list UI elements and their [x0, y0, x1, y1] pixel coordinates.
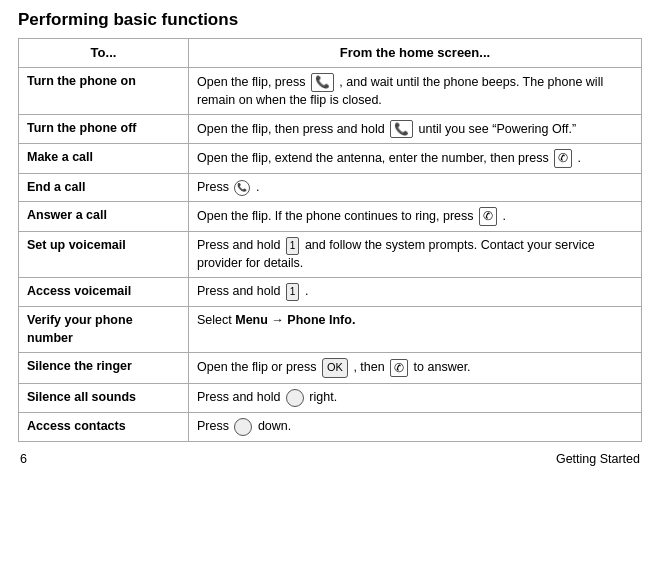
action-cell: Answer a call	[19, 202, 189, 231]
nav-icon	[286, 389, 304, 407]
table-row: Turn the phone on Open the flip, press 📞…	[19, 68, 642, 115]
action-cell: Verify your phone number	[19, 307, 189, 353]
desc-text: Press and hold	[197, 285, 284, 299]
desc-after: until you see “Powering Off.”	[419, 122, 576, 136]
description-cell: Press and hold 1 .	[189, 278, 642, 307]
one-key-icon: 1	[286, 237, 300, 255]
desc-after: .	[305, 285, 308, 299]
desc-text: Press and hold	[197, 238, 284, 252]
table-header-row: To... From the home screen...	[19, 39, 642, 68]
table-row: Make a call Open the flip, extend the an…	[19, 144, 642, 173]
desc-after: .	[578, 151, 581, 165]
one-key-icon-2: 1	[286, 283, 300, 301]
table-row: Answer a call Open the flip. If the phon…	[19, 202, 642, 231]
desc-text: Open the flip, then press and hold	[197, 122, 388, 136]
desc-text: Press	[197, 180, 232, 194]
footer-section-title: Getting Started	[556, 452, 640, 466]
page-title: Performing basic functions	[18, 10, 642, 30]
send-icon-2: ✆	[479, 207, 497, 225]
table-row: End a call Press 📞 .	[19, 173, 642, 202]
desc-after: right.	[309, 390, 337, 404]
footer-page-number: 6	[20, 452, 27, 466]
action-cell: Turn the phone off	[19, 115, 189, 144]
col-header-description: From the home screen...	[189, 39, 642, 68]
phone-on-icon: 📞	[311, 73, 334, 91]
description-cell: Open the flip, extend the antenna, enter…	[189, 144, 642, 173]
col-header-action: To...	[19, 39, 189, 68]
description-cell: Press down.	[189, 412, 642, 441]
functions-table: To... From the home screen... Turn the p…	[18, 38, 642, 442]
description-cell: Open the flip, press 📞 , and wait until …	[189, 68, 642, 115]
description-cell: Press and hold 1 and follow the system p…	[189, 231, 642, 278]
description-cell: Press and hold right.	[189, 383, 642, 412]
description-cell: Press 📞 .	[189, 173, 642, 202]
table-row: Silence all sounds Press and hold right.	[19, 383, 642, 412]
end-call-icon: 📞	[234, 180, 250, 196]
send-icon: ✆	[554, 149, 572, 167]
table-row: Access voicemail Press and hold 1 .	[19, 278, 642, 307]
desc-text: Open the flip. If the phone continues to…	[197, 209, 477, 223]
send-icon-3: ✆	[390, 359, 408, 377]
action-cell: Set up voicemail	[19, 231, 189, 278]
phone-off-icon: 📞	[390, 120, 413, 138]
description-cell: Open the flip or press OK , then ✆ to an…	[189, 353, 642, 383]
table-row: Access contacts Press down.	[19, 412, 642, 441]
action-cell: End a call	[19, 173, 189, 202]
action-cell: Access contacts	[19, 412, 189, 441]
desc-text: Open the flip or press	[197, 360, 320, 374]
description-cell: Open the flip, then press and hold 📞 unt…	[189, 115, 642, 144]
page-footer: 6 Getting Started	[18, 452, 642, 466]
ok-icon: OK	[322, 358, 348, 377]
desc-text: Open the flip, press	[197, 75, 309, 89]
desc-after: .	[256, 180, 259, 194]
action-cell: Make a call	[19, 144, 189, 173]
table-row: Turn the phone off Open the flip, then p…	[19, 115, 642, 144]
desc-middle: , then	[353, 360, 388, 374]
description-cell: Select Menu → Phone Info.	[189, 307, 642, 353]
table-row: Verify your phone number Select Menu → P…	[19, 307, 642, 353]
description-cell: Open the flip. If the phone continues to…	[189, 202, 642, 231]
desc-text: Press and hold	[197, 390, 284, 404]
desc-after: to answer.	[414, 360, 471, 374]
table-row: Silence the ringer Open the flip or pres…	[19, 353, 642, 383]
nav-icon-2	[234, 418, 252, 436]
table-row: Set up voicemail Press and hold 1 and fo…	[19, 231, 642, 278]
desc-text: Open the flip, extend the antenna, enter…	[197, 151, 552, 165]
desc-text: Select Menu → Phone Info.	[197, 313, 355, 327]
desc-after: .	[503, 209, 506, 223]
desc-after: down.	[258, 419, 291, 433]
action-cell: Silence all sounds	[19, 383, 189, 412]
action-cell: Access voicemail	[19, 278, 189, 307]
desc-text: Press	[197, 419, 232, 433]
action-cell: Silence the ringer	[19, 353, 189, 383]
page-container: Performing basic functions To... From th…	[0, 0, 660, 476]
action-cell: Turn the phone on	[19, 68, 189, 115]
